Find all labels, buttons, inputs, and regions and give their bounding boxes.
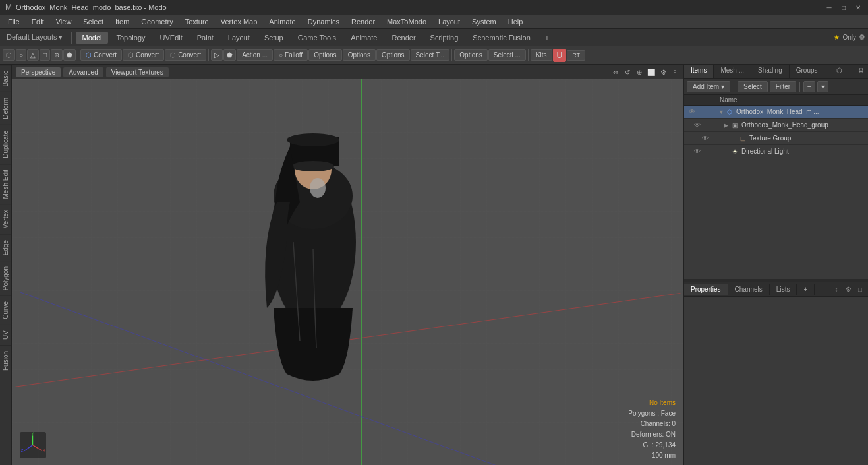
item-lock2-0[interactable] [708, 107, 718, 117]
selecti-btn[interactable]: Selecti ... [488, 49, 526, 61]
convert-btn-1[interactable]: ⬡ Convert [80, 49, 122, 61]
tool-select1[interactable]: ⬡ [3, 49, 15, 61]
menu-file[interactable]: File [3, 16, 25, 27]
panel-tab-mesh[interactable]: Mesh ... [714, 65, 751, 78]
prop-expand-icon[interactable]: □ [855, 284, 865, 295]
tool-realtime[interactable]: RT [567, 50, 585, 61]
kits-btn[interactable]: Kits [531, 49, 552, 61]
panel-tab-items[interactable]: Items [684, 65, 714, 78]
panel-tab-groups[interactable]: Groups [790, 65, 825, 78]
vp-tab-textures[interactable]: Viewport Textures [106, 67, 169, 77]
viewport-canvas[interactable]: No Items Polygons : Face Channels: 0 Def… [12, 79, 683, 465]
mode-animate[interactable]: Animate [344, 32, 384, 44]
item-eye-1[interactable]: 👁 [692, 120, 703, 131]
item-arrow-0[interactable]: ▼ [718, 109, 725, 115]
menu-animate[interactable]: Animate [264, 16, 301, 27]
item-row-light[interactable]: 👁 ☀ Directional Light [684, 145, 868, 158]
item-row-group[interactable]: 👁 ▶ ▣ Orthodox_Monk_Head_group [684, 119, 868, 132]
options-btn-3[interactable]: Options [376, 49, 409, 61]
panel-expand-icon[interactable]: ⬡ [832, 65, 846, 78]
mode-add[interactable]: + [538, 32, 556, 44]
panel-settings-icon[interactable]: ⚙ [854, 65, 868, 78]
mode-render[interactable]: Render [385, 32, 422, 44]
item-lock-0[interactable] [697, 107, 708, 117]
menu-texture[interactable]: Texture [180, 16, 214, 27]
sidebar-tab-basic[interactable]: Basic [0, 65, 11, 92]
prop-tab-lists[interactable]: Lists [770, 284, 797, 295]
item-lock2-2[interactable] [721, 133, 732, 144]
mode-topology[interactable]: Topology [109, 32, 152, 44]
mode-paint[interactable]: Paint [190, 32, 220, 44]
items-minus-btn[interactable]: − [803, 81, 815, 92]
vp-icon-2[interactable]: ↺ [623, 67, 632, 77]
menu-help[interactable]: Help [503, 16, 529, 27]
mode-uvedit[interactable]: UVEdit [154, 32, 189, 44]
menu-vertexmap[interactable]: Vertex Map [216, 16, 263, 27]
viewport[interactable]: Perspective Advanced Viewport Textures ⇔… [12, 65, 683, 465]
menu-item[interactable]: Item [110, 16, 134, 27]
select-t-btn[interactable]: Select T... [411, 49, 450, 61]
prop-settings-icon[interactable]: ⚙ [843, 284, 854, 295]
sidebar-tab-duplicate[interactable]: Duplicate [0, 125, 11, 164]
options-btn-2[interactable]: Options [343, 49, 376, 61]
sidebar-tab-deform[interactable]: Deform [0, 92, 11, 125]
sidebar-tab-meshedit[interactable]: Mesh Edit [0, 164, 11, 204]
item-eye-0[interactable]: 👁 [687, 107, 697, 117]
close-button[interactable]: ✕ [854, 3, 863, 12]
mode-scripting[interactable]: Scripting [424, 32, 465, 44]
vp-icon-3[interactable]: ⊕ [635, 67, 644, 77]
tool-unreal[interactable]: U [553, 49, 567, 62]
item-lock-3[interactable] [703, 146, 713, 157]
filter-button[interactable]: Filter [770, 81, 796, 92]
layout-dropdown[interactable]: Default Layouts ▾ [3, 33, 67, 42]
sidebar-tab-vertex[interactable]: Vertex [0, 204, 11, 233]
convert-btn-3[interactable]: ⬡ Convert [165, 49, 206, 61]
menu-layout[interactable]: Layout [433, 16, 465, 27]
vp-tab-perspective[interactable]: Perspective [16, 67, 61, 77]
mode-gametools[interactable]: Game Tools [291, 32, 343, 44]
menu-render[interactable]: Render [346, 16, 380, 27]
tool-shape[interactable]: ⬟ [223, 49, 236, 61]
item-arrow-1[interactable]: ▶ [724, 122, 730, 129]
menu-select[interactable]: Select [78, 16, 109, 27]
tool-select4[interactable]: □ [40, 49, 50, 61]
sidebar-tab-edge[interactable]: Edge [0, 234, 11, 261]
select-button[interactable]: Select [738, 81, 768, 92]
menu-system[interactable]: System [467, 16, 502, 27]
add-item-button[interactable]: Add Item ▾ [687, 81, 730, 92]
settings-icon[interactable]: ⚙ [859, 33, 865, 42]
item-row-root[interactable]: 👁 ▼ ⬡ Orthodox_Monk_Head_m ... [684, 106, 868, 119]
menu-dynamics[interactable]: Dynamics [303, 16, 345, 27]
prop-resize-icon[interactable]: ↕ [831, 284, 842, 295]
convert-btn-2[interactable]: ⬡ Convert [123, 49, 164, 61]
item-eye-2[interactable]: 👁 [700, 133, 710, 144]
minimize-button[interactable]: ─ [825, 3, 834, 12]
menu-view[interactable]: View [51, 16, 77, 27]
item-lock2-3[interactable] [713, 146, 724, 157]
item-eye-3[interactable]: 👁 [692, 146, 703, 157]
vp-menu[interactable]: ⋮ [670, 67, 680, 77]
tool-select2[interactable]: ○ [16, 49, 26, 61]
tool-select6[interactable]: ⬟ [63, 49, 76, 61]
panel-tab-shading[interactable]: Shading [751, 65, 790, 78]
falloff-btn[interactable]: ○ Falloff [274, 49, 308, 61]
options-btn-1[interactable]: Options [308, 49, 341, 61]
mode-setup[interactable]: Setup [258, 32, 290, 44]
prop-tab-add[interactable]: + [797, 284, 815, 295]
item-lock-1[interactable] [703, 120, 713, 131]
sidebar-tab-polygon[interactable]: Polygon [0, 261, 11, 295]
menu-edit[interactable]: Edit [26, 16, 49, 27]
tool-arrow[interactable]: ▷ [211, 49, 223, 61]
menu-geometry[interactable]: Geometry [136, 16, 178, 27]
vp-expand[interactable]: ⬜ [647, 67, 656, 77]
item-row-texture[interactable]: 👁 ◫ Texture Group [684, 132, 868, 145]
vp-icon-1[interactable]: ⇔ [611, 67, 620, 77]
sidebar-tab-curve[interactable]: Curve [0, 295, 11, 325]
tool-select5[interactable]: ⊕ [51, 49, 63, 61]
item-lock2-1[interactable] [713, 120, 724, 131]
options-btn-4[interactable]: Options [454, 49, 487, 61]
prop-tab-channels[interactable]: Channels [728, 284, 770, 295]
item-lock-2[interactable] [710, 133, 721, 144]
mode-schematic[interactable]: Schematic Fusion [466, 32, 536, 44]
prop-tab-properties[interactable]: Properties [684, 284, 728, 295]
